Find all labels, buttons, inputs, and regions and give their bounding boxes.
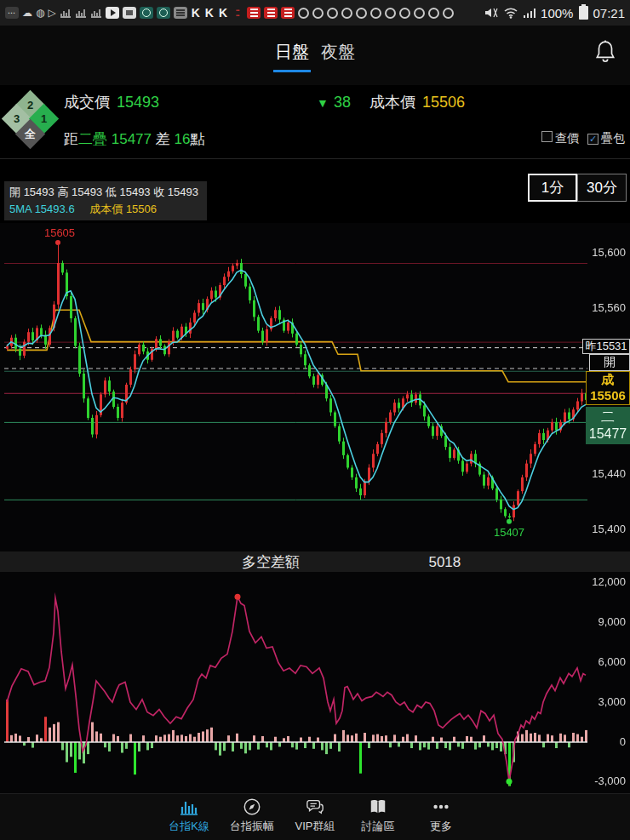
trade-price-row: 成交價 15493 ▼ 38 成本價 15506	[64, 92, 465, 112]
check-price-option[interactable]: 查價	[541, 131, 579, 146]
nav-item-forum[interactable]: 討論區	[346, 797, 410, 834]
signal-icon	[523, 6, 536, 20]
high-label: 高	[57, 186, 68, 198]
level-price: 15477	[112, 131, 152, 147]
clock: 07:21	[593, 6, 625, 20]
nav-item-vip-group[interactable]: VIP群組	[284, 797, 346, 834]
nav-item-more[interactable]: 更多	[410, 797, 472, 834]
k-app-icon: K	[218, 6, 228, 20]
teal-app-icon	[140, 7, 153, 19]
book-icon	[368, 797, 388, 816]
chinese-text-icon: ▪▪▪▪	[232, 8, 243, 18]
browser-circle-icon	[443, 8, 454, 19]
wifi-icon	[503, 6, 518, 20]
battery-icon	[579, 6, 588, 20]
price-chart-canvas[interactable]	[0, 223, 630, 551]
chat-icon	[305, 797, 325, 816]
chart-icon	[75, 6, 87, 20]
teal-app-icon	[157, 7, 170, 19]
app-screen: ⋯ ☁ ◍ ▷ K K K ▪▪▪▪	[0, 0, 630, 840]
low-label: 低	[106, 186, 117, 198]
nav-item-amplitude[interactable]: 台指振幅	[220, 797, 284, 834]
cost-price-label: 成本價	[369, 92, 415, 112]
quote-section: 2 3 1 全 成交價 15493 ▼ 38 成本價 15506 距二疊 154…	[0, 85, 630, 158]
play-outline-icon: ▷	[48, 6, 55, 20]
browser-circle-icon	[327, 8, 338, 19]
kline-chart-icon	[179, 797, 199, 816]
tab-night-session[interactable]: 夜盤	[321, 41, 355, 72]
ma-value: 15493.6	[35, 203, 75, 215]
tab-day-session[interactable]: 日盤	[275, 41, 309, 72]
sub-axis-tick: 0	[575, 735, 626, 748]
cloud-icon: ☁	[22, 6, 32, 20]
cost-price-value: 15506	[422, 94, 465, 111]
memo-icon	[174, 7, 187, 19]
battery-percent: 100%	[541, 6, 573, 20]
red-app-icon	[247, 7, 261, 19]
nav-item-kline[interactable]: 台指K線	[158, 797, 220, 834]
browser-circle-icon	[356, 8, 367, 19]
status-bar: ⋯ ☁ ◍ ▷ K K K ▪▪▪▪	[0, 0, 630, 26]
ohlc-overlay: 開 15493 高 15493 低 15493 收 15493 5MA 1549…	[4, 181, 207, 220]
distance-row: 距二疊 15477 差 16點	[64, 129, 204, 149]
browser-circle-icon	[341, 8, 352, 19]
price-axis-tick: 15,600	[575, 246, 626, 259]
compass-icon	[242, 797, 262, 816]
sub-axis-tick: 3,000	[575, 695, 626, 708]
browser-circle-icon	[370, 8, 381, 19]
status-bar-left-icons: ⋯ ☁ ◍ ▷ K K K ▪▪▪▪	[5, 6, 480, 20]
photos-icon: ◍	[36, 6, 44, 20]
browser-circle-icon	[298, 8, 309, 19]
k-app-icon: K	[204, 6, 215, 20]
diff-label: 差	[156, 131, 170, 147]
price-axis-tick: 15,440	[575, 467, 626, 480]
checkbox-unchecked-icon[interactable]	[541, 131, 553, 142]
open-label: 開	[9, 186, 20, 198]
bell-icon[interactable]	[594, 39, 616, 68]
interval-1min-button[interactable]: 1分	[528, 174, 577, 202]
browser-circle-icon	[385, 8, 396, 19]
trade-price-label: 成交價	[64, 92, 110, 112]
checkbox-checked-icon[interactable]: ✓	[587, 134, 598, 145]
vibrate-mute-icon	[484, 6, 499, 20]
red-app-icon	[281, 7, 295, 19]
bull-bear-chart-canvas[interactable]	[0, 572, 630, 793]
cost-label: 成本價	[89, 203, 123, 215]
high-value: 15493	[72, 186, 102, 198]
level-name: 二疊	[78, 131, 107, 147]
gallery-icon	[123, 7, 136, 19]
browser-circle-icon	[312, 8, 324, 19]
trade-price-value: 15493	[117, 94, 159, 111]
low-value: 15493	[119, 186, 150, 198]
overlay-pack-option[interactable]: ✓疊包	[587, 131, 625, 146]
distance-prefix: 距	[64, 131, 78, 147]
sub-axis-tick: 6,000	[575, 655, 626, 668]
price-axis-tick: 15,560	[575, 301, 626, 314]
change-value: 38	[334, 94, 351, 111]
level2-price-tag: 二 15477	[586, 407, 630, 444]
cost-price-tag: 成 15506	[586, 371, 630, 405]
sub-axis-tick: -3,000	[575, 774, 626, 787]
diff-value: 16	[174, 131, 190, 147]
price-axis-tick: 15,400	[575, 523, 626, 535]
cost-value: 15506	[126, 203, 157, 215]
red-app-icon	[264, 7, 278, 19]
k-app-icon: K	[191, 6, 201, 20]
browser-circle-icon	[399, 8, 410, 19]
more-dots-icon	[431, 797, 451, 816]
close-value: 15493	[168, 186, 198, 198]
chart-icon	[60, 6, 72, 20]
open-price-tag: 開	[589, 354, 630, 371]
chart-options: 查價 ✓疊包	[541, 131, 625, 146]
session-tabs: 日盤 夜盤	[0, 41, 630, 72]
diff-suffix: 點	[190, 131, 204, 147]
close-label: 收	[153, 186, 164, 198]
browser-circle-icon	[414, 8, 425, 19]
message-icon: ⋯	[5, 7, 19, 19]
interval-30min-button[interactable]: 30分	[577, 174, 627, 202]
interval-buttons: 1分 30分	[528, 174, 627, 202]
chart-icon	[90, 6, 102, 20]
video-icon	[106, 7, 119, 19]
change-arrow-icon: ▼	[317, 96, 329, 110]
ma-label: 5MA	[9, 203, 32, 215]
